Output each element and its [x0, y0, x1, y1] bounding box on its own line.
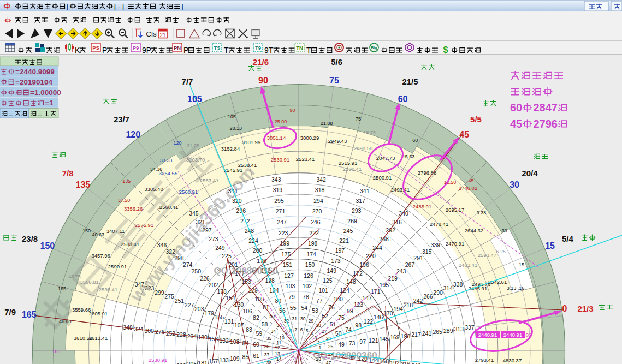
svg-text:9T: 9T [264, 46, 274, 55]
svg-text:1: 1 [319, 345, 322, 350]
svg-text:198: 198 [308, 240, 318, 247]
svg-text:150: 150 [305, 261, 315, 268]
svg-text:21/6: 21/6 [253, 57, 269, 67]
svg-text:54: 54 [301, 305, 307, 311]
svg-text:85: 85 [242, 354, 249, 360]
svg-text:31: 31 [292, 316, 298, 321]
svg-text:169: 169 [390, 334, 400, 341]
svg-text:3152.84: 3152.84 [221, 146, 240, 152]
svg-text:2440.91: 2440.91 [478, 332, 497, 338]
svg-text:242: 242 [413, 297, 423, 304]
svg-text:126: 126 [304, 272, 313, 279]
svg-text:265: 265 [433, 329, 442, 335]
svg-text:2485.91: 2485.91 [413, 204, 431, 210]
svg-text:=1.00000: =1.00000 [30, 88, 61, 97]
svg-text:7: 7 [295, 327, 298, 332]
svg-text:268: 268 [379, 236, 389, 242]
svg-text:2440.91: 2440.91 [503, 332, 522, 338]
svg-text:222: 222 [310, 230, 319, 236]
svg-text:] - [: ] - [ [114, 2, 125, 10]
svg-text:221: 221 [339, 237, 349, 244]
svg-text:175: 175 [281, 251, 291, 258]
svg-text:295: 295 [274, 198, 284, 204]
svg-text:3356.26: 3356.26 [124, 206, 143, 212]
svg-text:196: 196 [359, 261, 369, 268]
svg-text:37.50: 37.50 [118, 198, 131, 203]
svg-text:3051.14: 3051.14 [267, 135, 286, 141]
svg-text:3457.96: 3457.96 [91, 253, 110, 259]
svg-text:2500.91: 2500.91 [373, 175, 392, 181]
svg-text:25: 25 [328, 344, 334, 349]
svg-text:130: 130 [234, 301, 244, 308]
svg-text:2515.91: 2515.91 [339, 160, 357, 166]
svg-text:195: 195 [380, 282, 389, 288]
svg-text:2590.91: 2590.91 [108, 264, 127, 270]
svg-text:Big: Big [371, 46, 377, 50]
svg-text:21.88: 21.88 [321, 121, 333, 126]
svg-text:11: 11 [276, 340, 281, 345]
svg-text:73: 73 [349, 340, 356, 347]
svg-text:245: 245 [343, 228, 353, 234]
svg-text:QQ:100890360: QQ:100890360 [313, 350, 377, 361]
svg-text:47: 47 [326, 360, 331, 364]
svg-text:5/5: 5/5 [470, 115, 482, 124]
svg-text:120: 120 [173, 140, 181, 146]
svg-text:2553.41: 2553.41 [200, 177, 218, 183]
svg-text:246: 246 [311, 219, 321, 225]
svg-text:5/4: 5/4 [562, 234, 574, 243]
svg-text:219: 219 [388, 275, 398, 282]
svg-text:131: 131 [224, 318, 234, 325]
svg-text:217: 217 [411, 331, 421, 338]
svg-text:30: 30 [510, 180, 519, 189]
svg-text:314: 314 [443, 285, 453, 291]
svg-text:2644.32: 2644.32 [465, 228, 483, 234]
svg-text:PS: PS [92, 45, 99, 51]
svg-text:K: K [75, 46, 80, 55]
svg-text:97: 97 [359, 338, 366, 345]
svg-text:220: 220 [366, 253, 376, 259]
svg-text:133: 133 [219, 357, 229, 363]
svg-text:P: P [102, 46, 107, 55]
svg-text:9P: 9P [142, 46, 151, 55]
svg-text:6: 6 [300, 327, 303, 332]
svg-text:2530.91: 2530.91 [271, 157, 289, 163]
svg-text:15.63: 15.63 [402, 154, 415, 159]
svg-text:293: 293 [352, 207, 362, 214]
svg-text:2: 2 [317, 340, 320, 345]
svg-text:174: 174 [306, 251, 316, 258]
svg-text:9.38: 9.38 [477, 210, 487, 216]
svg-text:269: 269 [347, 218, 357, 224]
svg-text:147: 147 [362, 295, 372, 301]
svg-text:25.00: 25.00 [275, 119, 287, 124]
svg-text:34: 34 [270, 329, 276, 334]
svg-text:61: 61 [253, 353, 259, 359]
svg-text:20/4: 20/4 [522, 169, 538, 178]
svg-text:60: 60 [398, 94, 408, 104]
svg-text:291: 291 [413, 255, 423, 261]
svg-text:21/5: 21/5 [402, 77, 418, 86]
svg-text:30: 30 [502, 228, 507, 234]
svg-text:2493.41: 2493.41 [391, 187, 410, 193]
svg-text:2478.41: 2478.41 [430, 221, 448, 227]
svg-text:3610.52: 3610.52 [74, 335, 92, 341]
svg-text:290: 290 [433, 289, 443, 296]
svg-text:179: 179 [204, 310, 214, 317]
svg-text:83: 83 [246, 326, 252, 333]
svg-text:2796.88: 2796.88 [418, 170, 436, 176]
svg-text:105: 105 [228, 114, 236, 120]
svg-text:37: 37 [264, 352, 270, 357]
svg-text:266: 266 [423, 293, 433, 300]
svg-text:2560.91: 2560.91 [179, 189, 198, 195]
svg-text:146: 146 [374, 314, 383, 320]
svg-text:3559.66: 3559.66 [72, 307, 91, 313]
svg-text:59: 59 [256, 330, 262, 337]
svg-text:124: 124 [340, 287, 349, 294]
svg-text:60: 60 [412, 138, 418, 143]
svg-text:157: 157 [209, 358, 218, 364]
svg-text:6.25: 6.25 [496, 249, 506, 254]
svg-text:247: 247 [277, 219, 287, 225]
svg-text:2847: 2847 [533, 102, 558, 114]
svg-text:45: 45 [510, 118, 522, 130]
svg-text:27: 27 [322, 329, 327, 334]
svg-text:98: 98 [355, 322, 362, 329]
